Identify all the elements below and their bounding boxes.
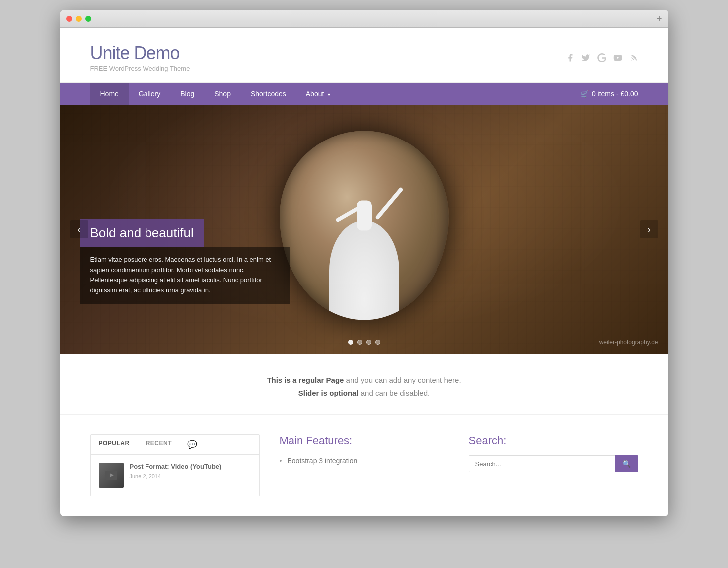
slide-caption: Bold and beautiful Etiam vitae posuere e… xyxy=(80,219,290,304)
cart-icon: 🛒 xyxy=(581,90,589,98)
search-button[interactable]: 🔍 xyxy=(615,455,638,472)
caption-title: Bold and beautiful xyxy=(80,219,204,247)
slider-dot-1[interactable] xyxy=(348,340,353,345)
website-content: Unite Demo FREE WordPress Wedding Theme xyxy=(60,28,668,516)
search-widget: Search: 🔍 xyxy=(469,434,638,496)
nav-item-about[interactable]: About ▾ xyxy=(296,83,340,105)
content-area: POPULAR RECENT 💬 xyxy=(60,415,668,516)
tab-content-popular: Post Format: Video (YouTube) June 2, 201… xyxy=(91,455,259,496)
page-desc-text-2: and can be disabled. xyxy=(361,389,430,397)
slider-prev-button[interactable]: ‹ xyxy=(70,220,88,238)
nav-link-shop[interactable]: Shop xyxy=(204,83,241,105)
new-tab-button[interactable]: + xyxy=(657,14,662,23)
cart-label: 0 items - £0.00 xyxy=(592,90,638,98)
bride-dress xyxy=(329,220,399,320)
comment-icon: 💬 xyxy=(180,435,204,454)
rss-icon[interactable] xyxy=(629,53,638,62)
nav-item-home[interactable]: Home xyxy=(90,83,129,105)
page-desc-bold-2: Slider is optional xyxy=(298,389,359,397)
search-icon: 🔍 xyxy=(622,460,631,468)
page-desc-bold-1: This is a regular Page xyxy=(267,376,344,384)
post-item: Post Format: Video (YouTube) June 2, 201… xyxy=(99,463,251,488)
photo-watermark: weiler-photography.de xyxy=(599,339,658,346)
slider-dot-3[interactable] xyxy=(366,340,371,345)
browser-window: + Unite Demo FREE WordPress Wedding Them… xyxy=(60,10,668,516)
tabs-container: POPULAR RECENT 💬 xyxy=(90,434,260,496)
nav-link-shortcodes[interactable]: Shortcodes xyxy=(241,83,296,105)
feature-item-1: Bootstrap 3 integration xyxy=(280,455,449,466)
dropdown-arrow-icon: ▾ xyxy=(328,92,330,97)
search-form: 🔍 xyxy=(469,455,638,472)
nav-link-blog[interactable]: Blog xyxy=(170,83,204,105)
main-features: Main Features: Bootstrap 3 integration xyxy=(260,434,469,496)
nav-item-shortcodes[interactable]: Shortcodes xyxy=(241,83,296,105)
close-button[interactable] xyxy=(66,16,72,22)
social-icons xyxy=(566,53,638,62)
nav-item-blog[interactable]: Blog xyxy=(170,83,204,105)
minimize-button[interactable] xyxy=(76,16,82,22)
tab-recent[interactable]: RECENT xyxy=(138,435,180,454)
svg-point-1 xyxy=(631,60,632,61)
twitter-icon[interactable] xyxy=(582,53,590,62)
nav-link-home[interactable]: Home xyxy=(90,83,129,105)
caption-text: Etiam vitae posuere eros. Maecenas et lu… xyxy=(80,247,290,304)
facebook-icon[interactable] xyxy=(566,53,575,62)
site-title: Unite Demo xyxy=(90,43,190,64)
post-thumb-image xyxy=(99,463,124,488)
nav-item-gallery[interactable]: Gallery xyxy=(129,83,170,105)
page-desc-text-1: and you can add any content here. xyxy=(346,376,461,384)
nav-link-gallery[interactable]: Gallery xyxy=(129,83,170,105)
youtube-icon[interactable] xyxy=(613,53,622,62)
search-input[interactable] xyxy=(469,455,615,472)
slider-dot-2[interactable] xyxy=(357,340,362,345)
browser-titlebar: + xyxy=(60,10,668,28)
tabs-widget: POPULAR RECENT 💬 xyxy=(90,434,260,496)
site-nav: Home Gallery Blog Shop Shortcodes About xyxy=(60,83,668,105)
features-title: Main Features: xyxy=(280,434,449,447)
post-date: June 2, 2014 xyxy=(130,473,222,479)
nav-menu: Home Gallery Blog Shop Shortcodes About xyxy=(90,83,341,105)
nav-link-about[interactable]: About ▾ xyxy=(296,83,340,105)
post-info: Post Format: Video (YouTube) June 2, 201… xyxy=(130,463,222,479)
tabs-header: POPULAR RECENT 💬 xyxy=(91,435,259,455)
site-branding: Unite Demo FREE WordPress Wedding Theme xyxy=(90,43,190,72)
tab-popular[interactable]: POPULAR xyxy=(91,435,138,454)
post-thumbnail xyxy=(99,463,124,488)
features-list: Bootstrap 3 integration xyxy=(280,455,449,466)
bride-arm-right xyxy=(375,187,404,220)
slider-next-button[interactable]: › xyxy=(640,220,658,238)
search-title: Search: xyxy=(469,434,638,447)
site-tagline: FREE WordPress Wedding Theme xyxy=(90,65,190,72)
page-description: This is a regular Page and you can add a… xyxy=(60,354,668,415)
site-header: Unite Demo FREE WordPress Wedding Theme xyxy=(60,28,668,83)
maximize-button[interactable] xyxy=(85,16,91,22)
googleplus-icon[interactable] xyxy=(597,53,606,62)
slider-dots xyxy=(348,340,380,345)
browser-buttons xyxy=(66,16,91,22)
cart-area[interactable]: 🛒 0 items - £0.00 xyxy=(581,90,638,98)
nav-item-shop[interactable]: Shop xyxy=(204,83,241,105)
slider-dot-4[interactable] xyxy=(375,340,380,345)
post-title[interactable]: Post Format: Video (YouTube) xyxy=(130,463,222,471)
hero-slider: Bold and beautiful Etiam vitae posuere e… xyxy=(60,105,668,354)
